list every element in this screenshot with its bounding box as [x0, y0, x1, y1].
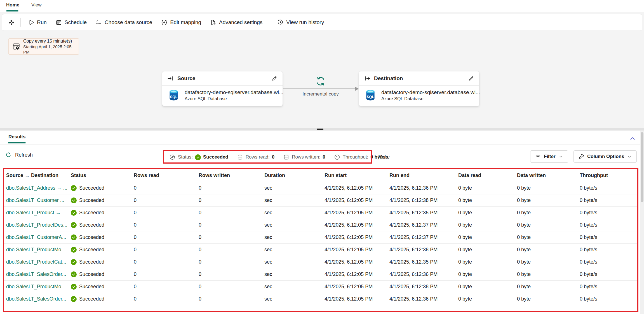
duration-cell: sec	[264, 182, 325, 194]
column-header[interactable]: Rows written	[199, 169, 264, 182]
settings-button[interactable]	[5, 16, 18, 29]
run-button[interactable]: Run	[23, 16, 51, 29]
source-card[interactable]: Source SQL datafactory-demo-sqlserver.da…	[162, 71, 283, 106]
column-header[interactable]: Throughput	[580, 169, 638, 182]
status-cell: Succeeded	[71, 182, 134, 194]
run-start-cell: 4/1/2025, 6:12:05 PM	[325, 293, 389, 305]
duration-cell: sec	[264, 293, 325, 305]
choose-data-source-button[interactable]: Choose data source	[91, 16, 157, 29]
summary-status: Status: Succeeded	[169, 154, 228, 161]
toolbar-separator	[270, 18, 270, 27]
table-row[interactable]: dbo.SalesLT_Product → ...Succeeded00sec4…	[4, 207, 638, 219]
duration-cell: sec	[264, 256, 325, 268]
edit-source-pencil-icon[interactable]	[271, 75, 278, 82]
table-row[interactable]: dbo.SalesLT_Customer ...Succeeded00sec4/…	[4, 194, 638, 207]
source-destination-link[interactable]: dbo.SalesLT_Address → ...	[6, 182, 71, 194]
run-start-cell: 4/1/2025, 6:12:05 PM	[325, 219, 389, 231]
azure-sql-icon: SQL	[364, 89, 377, 102]
column-header[interactable]: Rows read	[134, 169, 199, 182]
column-header[interactable]: Status	[71, 169, 134, 182]
column-header[interactable]: Data written	[517, 169, 580, 182]
destination-card-body: SQL datafactory-demo-sqlserver.database.…	[359, 86, 479, 105]
source-destination-link[interactable]: dbo.SalesLT_Product → ...	[6, 207, 71, 219]
success-check-icon	[71, 222, 77, 228]
success-check-icon	[71, 296, 77, 302]
run-start-cell: 4/1/2025, 6:12:05 PM	[325, 281, 389, 293]
edit-destination-pencil-icon[interactable]	[468, 75, 474, 82]
choose-data-source-label: Choose data source	[105, 19, 152, 25]
column-header[interactable]: Data read	[458, 169, 517, 182]
source-destination-link[interactable]: dbo.SalesLT_ProductCat...	[6, 256, 71, 268]
column-header[interactable]: Run start	[325, 169, 389, 182]
data-written-cell: 0 byte	[517, 231, 580, 243]
source-card-body: SQL datafactory-demo-sqlserver.database.…	[162, 86, 283, 105]
table-body: dbo.SalesLT_Address → ...Succeeded00sec4…	[4, 182, 638, 305]
table-row[interactable]: dbo.SalesLT_Address → ...Succeeded00sec4…	[4, 182, 638, 194]
source-destination-link[interactable]: dbo.SalesLT_Customer ...	[6, 194, 71, 206]
status-cell: Succeeded	[71, 194, 134, 206]
refresh-button[interactable]: Refresh	[5, 152, 33, 158]
column-header[interactable]: Run end	[389, 169, 458, 182]
rows-written-cell: 0	[199, 194, 264, 206]
rows-written-cell: 0	[199, 182, 264, 194]
source-destination-link[interactable]: dbo.SalesLT_ProductMo...	[6, 244, 71, 256]
table-row[interactable]: dbo.SalesLT_CustomerA...Succeeded00sec4/…	[4, 231, 638, 244]
column-options-button[interactable]: Column Options	[574, 150, 637, 163]
scrollbar-thumb[interactable]	[641, 132, 643, 202]
table-row[interactable]: dbo.SalesLT_ProductCat...Succeeded00sec4…	[4, 256, 638, 268]
schedule-summary-badge[interactable]: Copy every 15 minute(s) Starting April 1…	[8, 38, 79, 55]
throughput-cell: 0 byte/s	[580, 219, 638, 231]
ribbon-tab-row: Home View	[0, 0, 644, 12]
checklist-icon	[96, 19, 102, 25]
table-row[interactable]: dbo.SalesLT_ProductMo...Succeeded00sec4/…	[4, 281, 638, 293]
filter-button[interactable]: Filter	[530, 150, 568, 163]
rows-written-cell: 0	[199, 231, 264, 243]
source-destination-link[interactable]: dbo.SalesLT_SalesOrder...	[6, 268, 71, 280]
results-table: Source → DestinationStatusRows readRows …	[4, 169, 638, 305]
panel-resize-handle[interactable]	[317, 129, 323, 130]
tab-view[interactable]: View	[31, 2, 42, 8]
tab-home[interactable]: Home	[6, 2, 19, 8]
rows-written-value: 0	[323, 154, 325, 160]
status-text: Succeeded	[79, 231, 104, 243]
source-destination-link[interactable]: dbo.SalesLT_CustomerA...	[6, 231, 71, 243]
source-destination-link[interactable]: dbo.SalesLT_ProductMo...	[6, 281, 71, 293]
table-row[interactable]: dbo.SalesLT_SalesOrder...Succeeded00sec4…	[4, 293, 638, 305]
advanced-settings-button[interactable]: Advanced settings	[206, 16, 267, 29]
status-text: Succeeded	[79, 219, 104, 231]
data-written-cell: 0 byte	[517, 293, 580, 305]
status-text: Succeeded	[79, 207, 104, 219]
source-destination-link[interactable]: dbo.SalesLT_SalesOrder...	[6, 293, 71, 305]
duration-cell: sec	[264, 281, 325, 293]
throughput-cell: 0 byte/s	[580, 207, 638, 219]
run-summary-bar: Status: Succeeded Rows read: 0 Rows writ…	[164, 151, 393, 163]
table-row[interactable]: dbo.SalesLT_SalesOrder...Succeeded00sec4…	[4, 268, 638, 281]
collapse-panel-button[interactable]	[629, 135, 636, 142]
data-written-cell: 0 byte	[517, 207, 580, 219]
gauge-icon	[334, 154, 340, 161]
data-read-cell: 0 byte	[458, 281, 517, 293]
edit-mapping-button[interactable]: Edit mapping	[157, 16, 206, 29]
vertical-scrollbar[interactable]	[640, 131, 644, 314]
duration-cell: sec	[264, 194, 325, 206]
table-row[interactable]: dbo.SalesLT_ProductMo...Succeeded00sec4/…	[4, 244, 638, 256]
duration-cell: sec	[264, 219, 325, 231]
arrow-into-bar-icon	[167, 75, 174, 82]
destination-card[interactable]: Destination SQL datafactory-demo-sqlserv…	[359, 71, 479, 106]
column-header[interactable]: Source → Destination	[6, 169, 71, 182]
column-header[interactable]: Duration	[264, 169, 325, 182]
more-link[interactable]: More	[378, 154, 390, 160]
refresh-label: Refresh	[15, 152, 33, 158]
status-cell: Succeeded	[71, 293, 134, 305]
data-read-cell: 0 byte	[458, 256, 517, 268]
table-row[interactable]: dbo.SalesLT_ProductDes...Succeeded00sec4…	[4, 219, 638, 231]
schedule-badge-subtitle: Starting April 1, 2025 2:05 PM	[23, 44, 75, 55]
filter-icon	[535, 153, 541, 160]
source-destination-link[interactable]: dbo.SalesLT_ProductDes...	[6, 219, 71, 231]
document-gear-icon	[210, 19, 216, 25]
tab-results[interactable]: Results	[8, 134, 25, 140]
schedule-button[interactable]: Schedule	[51, 16, 91, 29]
view-run-history-button[interactable]: View run history	[273, 16, 328, 29]
play-icon	[28, 19, 34, 25]
status-text: Succeeded	[79, 281, 104, 293]
